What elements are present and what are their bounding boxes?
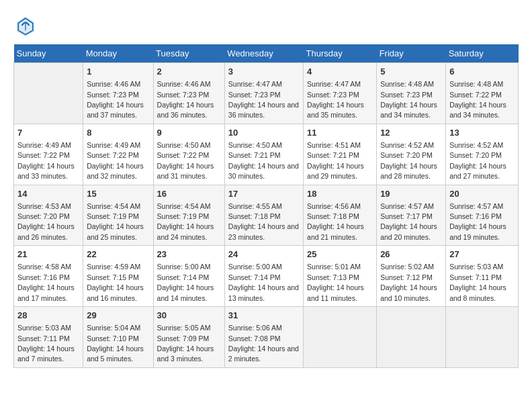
day-number: 7 <box>17 127 79 139</box>
cell-content: Sunrise: 5:05 AMSunset: 7:09 PMDaylight:… <box>157 324 214 363</box>
day-number: 26 <box>380 248 442 261</box>
calendar-cell: 25Sunrise: 5:01 AMSunset: 7:13 PMDayligh… <box>304 246 377 307</box>
day-number: 9 <box>157 127 221 139</box>
cell-content: Sunrise: 4:48 AMSunset: 7:22 PMDaylight:… <box>449 80 506 119</box>
cell-content: Sunrise: 5:06 AMSunset: 7:08 PMDaylight:… <box>228 324 299 363</box>
day-number: 21 <box>17 248 79 261</box>
cell-content: Sunrise: 4:57 AMSunset: 7:16 PMDaylight:… <box>449 202 506 241</box>
day-number: 13 <box>449 127 515 139</box>
header-day-wednesday: Wednesday <box>224 44 303 63</box>
day-number: 27 <box>449 248 515 261</box>
calendar-cell: 11Sunrise: 4:51 AMSunset: 7:21 PMDayligh… <box>304 124 377 185</box>
calendar-cell: 8Sunrise: 4:49 AMSunset: 7:22 PMDaylight… <box>83 124 153 185</box>
calendar-cell: 18Sunrise: 4:56 AMSunset: 7:18 PMDayligh… <box>304 185 377 246</box>
cell-content: Sunrise: 4:55 AMSunset: 7:18 PMDaylight:… <box>228 202 299 241</box>
day-number: 24 <box>228 248 300 261</box>
cell-content: Sunrise: 4:59 AMSunset: 7:15 PMDaylight:… <box>87 263 144 302</box>
calendar-cell: 6Sunrise: 4:48 AMSunset: 7:22 PMDaylight… <box>446 63 519 124</box>
day-number: 28 <box>17 310 79 322</box>
calendar-cell <box>14 63 83 124</box>
logo-icon <box>13 13 38 38</box>
day-number: 20 <box>449 188 515 200</box>
cell-content: Sunrise: 4:50 AMSunset: 7:21 PMDaylight:… <box>228 141 299 180</box>
week-row-2: 7Sunrise: 4:49 AMSunset: 7:22 PMDaylight… <box>14 124 519 185</box>
calendar-cell: 4Sunrise: 4:47 AMSunset: 7:23 PMDaylight… <box>304 63 377 124</box>
cell-content: Sunrise: 4:50 AMSunset: 7:22 PMDaylight:… <box>157 141 214 180</box>
calendar-cell: 3Sunrise: 4:47 AMSunset: 7:23 PMDaylight… <box>224 63 303 124</box>
page-header <box>13 13 519 38</box>
week-row-1: 1Sunrise: 4:46 AMSunset: 7:23 PMDaylight… <box>14 63 519 124</box>
cell-content: Sunrise: 4:52 AMSunset: 7:20 PMDaylight:… <box>449 141 506 180</box>
cell-content: Sunrise: 4:49 AMSunset: 7:22 PMDaylight:… <box>87 141 144 180</box>
header-day-sunday: Sunday <box>14 44 83 63</box>
day-number: 17 <box>228 188 300 200</box>
week-row-5: 28Sunrise: 5:03 AMSunset: 7:11 PMDayligh… <box>14 307 519 368</box>
cell-content: Sunrise: 5:00 AMSunset: 7:14 PMDaylight:… <box>228 263 299 302</box>
cell-content: Sunrise: 5:01 AMSunset: 7:13 PMDaylight:… <box>307 263 364 302</box>
cell-content: Sunrise: 5:04 AMSunset: 7:10 PMDaylight:… <box>87 324 144 363</box>
calendar-cell: 16Sunrise: 4:54 AMSunset: 7:19 PMDayligh… <box>153 185 224 246</box>
header-day-tuesday: Tuesday <box>153 44 224 63</box>
calendar-cell: 31Sunrise: 5:06 AMSunset: 7:08 PMDayligh… <box>224 307 303 368</box>
day-number: 19 <box>380 188 442 200</box>
calendar-cell: 17Sunrise: 4:55 AMSunset: 7:18 PMDayligh… <box>224 185 303 246</box>
header-row: SundayMondayTuesdayWednesdayThursdayFrid… <box>14 44 519 63</box>
day-number: 15 <box>87 188 149 200</box>
calendar-cell: 30Sunrise: 5:05 AMSunset: 7:09 PMDayligh… <box>153 307 224 368</box>
cell-content: Sunrise: 5:02 AMSunset: 7:12 PMDaylight:… <box>380 263 437 302</box>
calendar-cell <box>377 307 446 368</box>
day-number: 16 <box>157 188 221 200</box>
day-number: 31 <box>228 310 300 322</box>
calendar-table: SundayMondayTuesdayWednesdayThursdayFrid… <box>13 44 519 368</box>
calendar-cell <box>446 307 519 368</box>
calendar-cell: 19Sunrise: 4:57 AMSunset: 7:17 PMDayligh… <box>377 185 446 246</box>
calendar-body: 1Sunrise: 4:46 AMSunset: 7:23 PMDaylight… <box>14 63 519 368</box>
calendar-cell: 10Sunrise: 4:50 AMSunset: 7:21 PMDayligh… <box>224 124 303 185</box>
day-number: 3 <box>228 66 300 78</box>
cell-content: Sunrise: 5:03 AMSunset: 7:11 PMDaylight:… <box>449 263 506 302</box>
cell-content: Sunrise: 5:00 AMSunset: 7:14 PMDaylight:… <box>157 263 214 302</box>
cell-content: Sunrise: 4:56 AMSunset: 7:18 PMDaylight:… <box>307 202 364 241</box>
day-number: 4 <box>307 66 373 78</box>
cell-content: Sunrise: 4:49 AMSunset: 7:22 PMDaylight:… <box>17 141 75 180</box>
calendar-cell: 28Sunrise: 5:03 AMSunset: 7:11 PMDayligh… <box>14 307 83 368</box>
day-number: 11 <box>307 127 373 139</box>
cell-content: Sunrise: 4:47 AMSunset: 7:23 PMDaylight:… <box>307 80 364 119</box>
calendar-cell: 5Sunrise: 4:48 AMSunset: 7:23 PMDaylight… <box>377 63 446 124</box>
day-number: 14 <box>17 188 79 200</box>
cell-content: Sunrise: 4:46 AMSunset: 7:23 PMDaylight:… <box>157 80 214 119</box>
day-number: 22 <box>87 248 149 261</box>
calendar-cell: 12Sunrise: 4:52 AMSunset: 7:20 PMDayligh… <box>377 124 446 185</box>
header-day-monday: Monday <box>83 44 153 63</box>
week-row-3: 14Sunrise: 4:53 AMSunset: 7:20 PMDayligh… <box>14 185 519 246</box>
cell-content: Sunrise: 4:54 AMSunset: 7:19 PMDaylight:… <box>87 202 144 241</box>
day-number: 25 <box>307 248 373 261</box>
calendar-cell: 20Sunrise: 4:57 AMSunset: 7:16 PMDayligh… <box>446 185 519 246</box>
day-number: 18 <box>307 188 373 200</box>
day-number: 10 <box>228 127 300 139</box>
calendar-cell: 22Sunrise: 4:59 AMSunset: 7:15 PMDayligh… <box>83 246 153 307</box>
calendar-header: SundayMondayTuesdayWednesdayThursdayFrid… <box>14 44 519 63</box>
calendar-cell: 13Sunrise: 4:52 AMSunset: 7:20 PMDayligh… <box>446 124 519 185</box>
day-number: 29 <box>87 310 149 322</box>
cell-content: Sunrise: 4:47 AMSunset: 7:23 PMDaylight:… <box>228 80 299 119</box>
calendar-cell: 9Sunrise: 4:50 AMSunset: 7:22 PMDaylight… <box>153 124 224 185</box>
calendar-cell: 26Sunrise: 5:02 AMSunset: 7:12 PMDayligh… <box>377 246 446 307</box>
cell-content: Sunrise: 4:57 AMSunset: 7:17 PMDaylight:… <box>380 202 437 241</box>
logo <box>13 13 42 38</box>
cell-content: Sunrise: 4:51 AMSunset: 7:21 PMDaylight:… <box>307 141 364 180</box>
header-day-friday: Friday <box>377 44 446 63</box>
cell-content: Sunrise: 4:48 AMSunset: 7:23 PMDaylight:… <box>380 80 437 119</box>
day-number: 5 <box>380 66 442 78</box>
cell-content: Sunrise: 5:03 AMSunset: 7:11 PMDaylight:… <box>17 324 75 363</box>
calendar-cell: 14Sunrise: 4:53 AMSunset: 7:20 PMDayligh… <box>14 185 83 246</box>
cell-content: Sunrise: 4:52 AMSunset: 7:20 PMDaylight:… <box>380 141 437 180</box>
week-row-4: 21Sunrise: 4:58 AMSunset: 7:16 PMDayligh… <box>14 246 519 307</box>
calendar-cell: 24Sunrise: 5:00 AMSunset: 7:14 PMDayligh… <box>224 246 303 307</box>
day-number: 23 <box>157 248 221 261</box>
calendar-cell: 23Sunrise: 5:00 AMSunset: 7:14 PMDayligh… <box>153 246 224 307</box>
header-day-saturday: Saturday <box>446 44 519 63</box>
day-number: 30 <box>157 310 221 322</box>
cell-content: Sunrise: 4:46 AMSunset: 7:23 PMDaylight:… <box>87 80 144 119</box>
day-number: 12 <box>380 127 442 139</box>
